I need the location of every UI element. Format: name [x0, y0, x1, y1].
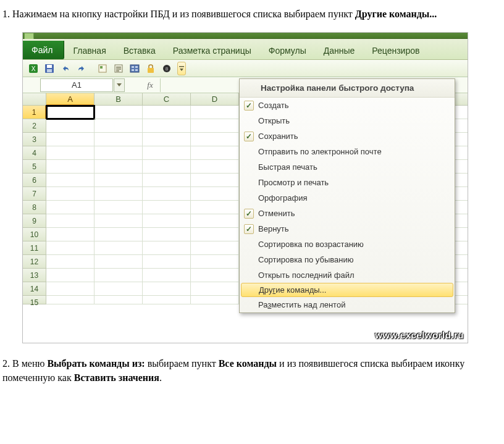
cell[interactable] [94, 133, 143, 146]
row-header[interactable]: 15 [23, 296, 46, 304]
qat-menu-item[interactable]: ✓Отменить [240, 206, 455, 221]
row-header[interactable]: 4 [23, 146, 46, 160]
row-header[interactable]: 3 [23, 133, 46, 146]
row-header[interactable]: 12 [23, 255, 46, 269]
qat-undo-icon[interactable] [59, 62, 72, 75]
row-header[interactable]: 10 [23, 228, 46, 241]
cell[interactable] [46, 187, 94, 201]
cell[interactable] [46, 146, 94, 160]
cell[interactable] [46, 241, 94, 255]
name-box-dropdown[interactable] [114, 78, 125, 92]
row-header[interactable]: 14 [23, 282, 46, 296]
cell[interactable] [191, 255, 239, 269]
tab-review[interactable]: Рецензиров [363, 41, 428, 59]
qat-menu-item[interactable]: ✓Сохранить [240, 128, 455, 144]
cell[interactable] [191, 282, 239, 296]
cell[interactable] [143, 255, 191, 269]
cell[interactable] [94, 119, 143, 133]
qat-menu-item[interactable]: Разместить над лентой [240, 297, 455, 312]
row-header[interactable]: 5 [23, 160, 46, 174]
cell[interactable] [191, 214, 239, 228]
cell[interactable] [46, 119, 94, 133]
tab-insert[interactable]: Вставка [115, 41, 164, 59]
qat-menu-item[interactable]: Отправить по электронной почте [240, 144, 455, 159]
cell[interactable] [94, 255, 143, 269]
qat-dark-icon[interactable]: 8 [160, 62, 174, 75]
qat-menu-item[interactable]: Просмотр и печать [240, 175, 455, 190]
cell[interactable] [143, 146, 191, 160]
column-header-b[interactable]: B [94, 93, 143, 106]
qat-menu-item[interactable]: Открыть [240, 113, 455, 128]
cell[interactable] [94, 214, 143, 228]
cell[interactable] [94, 282, 143, 296]
cell[interactable] [143, 296, 191, 304]
row-header[interactable]: 7 [23, 187, 46, 201]
file-tab[interactable]: Файл [23, 41, 64, 59]
qat-custom-icon-2[interactable] [112, 62, 125, 75]
qat-menu-item[interactable]: Открыть последний файл [240, 267, 455, 283]
row-header[interactable]: 1 [23, 106, 46, 119]
cell[interactable] [94, 160, 143, 174]
cell[interactable] [94, 201, 143, 214]
qat-menu-item[interactable]: Другие команды... [241, 283, 453, 297]
cell[interactable] [143, 174, 191, 187]
cell[interactable] [191, 241, 239, 255]
row-header[interactable]: 9 [23, 214, 46, 228]
cell[interactable] [191, 133, 239, 146]
cell[interactable] [143, 269, 191, 282]
cell[interactable] [94, 174, 143, 187]
cell[interactable] [94, 241, 143, 255]
cell[interactable] [46, 201, 94, 214]
cell[interactable] [46, 269, 94, 282]
qat-customize-button[interactable] [177, 62, 186, 75]
cell[interactable] [94, 228, 143, 241]
qat-excel-icon[interactable]: X [27, 62, 40, 75]
cell[interactable] [94, 106, 143, 119]
cell[interactable] [143, 160, 191, 174]
row-header[interactable]: 11 [23, 241, 46, 255]
cell[interactable] [46, 160, 94, 174]
qat-menu-item[interactable]: Орфография [240, 190, 455, 206]
column-header-d[interactable]: D [191, 93, 239, 106]
row-header[interactable]: 6 [23, 174, 46, 187]
qat-menu-item[interactable]: Сортировка по возрастанию [240, 237, 455, 252]
cell[interactable] [46, 255, 94, 269]
tab-page-layout[interactable]: Разметка страницы [164, 41, 260, 59]
cell[interactable] [94, 296, 143, 304]
qat-custom-icon-3[interactable] [128, 62, 141, 75]
cell[interactable] [191, 106, 239, 119]
qat-menu-item[interactable]: ✓Создать [240, 98, 455, 113]
cell[interactable] [143, 201, 191, 214]
cell[interactable] [191, 174, 239, 187]
name-box[interactable]: A1 [40, 78, 113, 92]
qat-redo-icon[interactable] [75, 62, 88, 75]
tab-home[interactable]: Главная [64, 41, 114, 59]
cell[interactable] [46, 214, 94, 228]
cell[interactable] [191, 187, 239, 201]
cell[interactable] [143, 214, 191, 228]
qat-menu-item[interactable]: Сортировка по убыванию [240, 252, 455, 267]
row-header[interactable]: 2 [23, 119, 46, 133]
qat-lock-icon[interactable] [144, 62, 158, 75]
cell[interactable] [46, 106, 94, 119]
cell[interactable] [46, 174, 94, 187]
tab-formulas[interactable]: Формулы [260, 41, 315, 59]
qat-menu-item[interactable]: ✓Вернуть [240, 221, 455, 237]
cell[interactable] [143, 106, 191, 119]
row-header[interactable]: 13 [23, 269, 46, 282]
select-all-corner[interactable] [23, 93, 46, 106]
column-header-c[interactable]: C [143, 93, 191, 106]
fx-icon[interactable]: fx [140, 80, 160, 90]
row-header[interactable]: 8 [23, 201, 46, 214]
cell[interactable] [191, 228, 239, 241]
cell[interactable] [191, 119, 239, 133]
column-header-a[interactable]: A [46, 93, 94, 106]
cell[interactable] [94, 269, 143, 282]
cell[interactable] [143, 282, 191, 296]
cell[interactable] [46, 296, 94, 304]
cell[interactable] [191, 160, 239, 174]
cell[interactable] [46, 228, 94, 241]
qat-menu-item[interactable]: Быстрая печать [240, 159, 455, 175]
cell[interactable] [143, 228, 191, 241]
cell[interactable] [191, 269, 239, 282]
